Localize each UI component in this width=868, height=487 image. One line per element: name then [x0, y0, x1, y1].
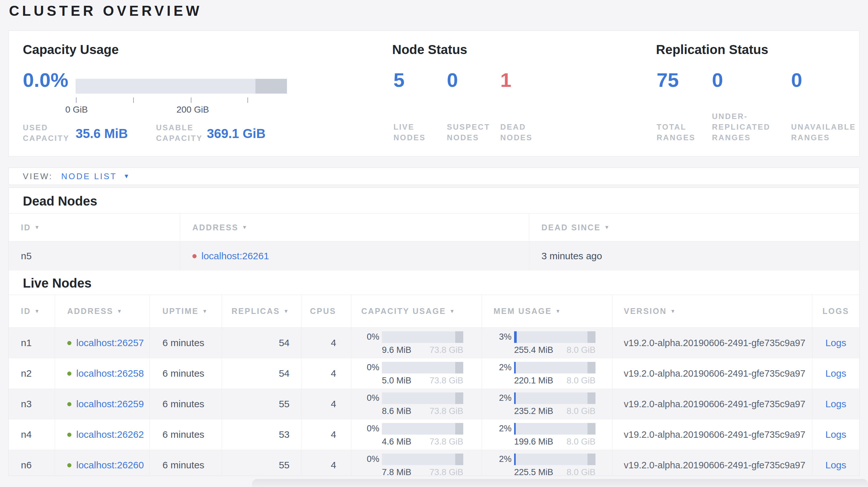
column-header-address[interactable]: ADDRESS▼ [55, 295, 150, 327]
node-address-cell: localhost:26259 [55, 389, 150, 419]
node-address-link[interactable]: localhost:26259 [76, 398, 144, 410]
unavailable-ranges-label: UNAVAILABLE RANGES [791, 122, 863, 143]
node-address-link[interactable]: localhost:26261 [202, 251, 269, 261]
mem-total-value: 8.0 GiB [566, 376, 595, 385]
capacity-usage-title: Capacity Usage [23, 42, 119, 57]
mem-bar-reserved-segment [587, 454, 595, 465]
node-list-dropdown[interactable]: NODE LIST ▼ [61, 171, 129, 182]
mem-percent: 2% [494, 393, 512, 403]
node-address-cell: localhost:26257 [55, 328, 150, 358]
mem-bar-used-segment [514, 454, 516, 465]
logs-link[interactable]: Logs [825, 337, 846, 348]
axis-tick [76, 97, 76, 103]
node-uptime: 6 minutes [150, 328, 222, 358]
capacity-bar-reserved-segment [455, 423, 463, 434]
node-address-cell: localhost:26260 [55, 450, 150, 476]
axis-tick [191, 97, 191, 103]
node-cpus: 4 [302, 328, 351, 358]
capacity-total-value: 73.8 GiB [430, 406, 463, 416]
live-nodes-table-body: n1 localhost:26257 6 minutes 54 4 0% [9, 328, 859, 476]
column-header-uptime[interactable]: UPTIME▼ [150, 295, 222, 327]
node-uptime: 6 minutes [150, 450, 222, 476]
logs-link[interactable]: Logs [825, 398, 846, 410]
capacity-usage-percent: 0.0% [23, 68, 68, 92]
node-id: n6 [9, 450, 55, 476]
column-header-mem-usage[interactable]: MEM USAGE▼ [482, 295, 613, 327]
node-address-cell: localhost:26258 [55, 358, 150, 389]
capacity-usage-bar [382, 362, 463, 374]
capacity-usage-bar [382, 423, 463, 434]
column-header-address[interactable]: ADDRESS▼ [180, 214, 529, 241]
live-status-dot-icon [67, 371, 71, 376]
capacity-used-value: 5.0 MiB [382, 376, 411, 385]
live-node-row: n4 localhost:26262 6 minutes 53 4 0% [9, 419, 859, 450]
live-status-dot-icon [67, 463, 71, 467]
sort-desc-icon: ▼ [202, 309, 208, 314]
node-mem-usage-cell: 2% 235.2 MiB 8.0 GiB [482, 389, 613, 419]
caret-down-icon: ▼ [123, 173, 129, 180]
node-address-link[interactable]: localhost:26262 [76, 429, 144, 440]
view-label: VIEW: [23, 171, 53, 182]
live-nodes-count: 5 [394, 68, 445, 92]
column-header-version[interactable]: VERSION▼ [613, 295, 812, 327]
capacity-usage-bar [75, 79, 287, 94]
mem-total-value: 8.0 GiB [566, 437, 595, 447]
node-capacity-usage-cell: 0% 5.0 MiB 73.8 GiB [351, 358, 482, 389]
sort-desc-icon: ▼ [450, 309, 456, 314]
mem-bar-used-segment [514, 362, 516, 374]
total-ranges-stat: 75 TOTAL RANGES [657, 68, 712, 143]
live-status-dot-icon [67, 433, 71, 437]
mem-bar-used-segment [514, 331, 517, 343]
live-nodes-stat: 5 LIVE NODES [394, 68, 445, 143]
live-node-row: n3 localhost:26259 6 minutes 55 4 0% [9, 389, 859, 419]
node-capacity-usage-cell: 0% 8.6 MiB 73.8 GiB [351, 389, 482, 419]
unavailable-ranges-count: 0 [791, 68, 863, 92]
column-header-id[interactable]: ID▼ [9, 295, 55, 327]
suspect-nodes-count: 0 [447, 68, 498, 92]
usable-capacity-value: 369.1 GiB [207, 125, 266, 141]
dead-since-value: 3 minutes ago [529, 241, 859, 270]
mem-usage-bar [514, 392, 595, 404]
mem-percent: 2% [494, 424, 512, 433]
capacity-usage-bar [382, 392, 463, 404]
capacity-bar-reserved-segment [455, 392, 463, 404]
mem-usage-bar [514, 362, 595, 374]
node-address-link[interactable]: localhost:26257 [76, 337, 144, 348]
below-fold-shadow [252, 479, 868, 487]
logs-link[interactable]: Logs [825, 429, 846, 440]
node-list-card: Dead Nodes ID▼ ADDRESS▼ DEAD SINCE▼ n5 l… [8, 188, 860, 476]
node-address-link[interactable]: localhost:26260 [76, 460, 144, 470]
mem-bar-reserved-segment [587, 362, 595, 374]
sort-desc-icon: ▼ [555, 309, 561, 314]
cluster-summary-card: Capacity Usage 0.0% 0 GiB 200 GiB USED C… [8, 31, 860, 157]
capacity-percent: 0% [361, 332, 379, 342]
logs-link[interactable]: Logs [825, 460, 846, 470]
dead-nodes-table-body: n5 localhost:26261 3 minutes ago [9, 241, 859, 270]
node-capacity-usage-cell: 0% 4.6 MiB 73.8 GiB [351, 419, 482, 450]
capacity-percent: 0% [361, 362, 379, 372]
mem-percent: 2% [494, 454, 512, 464]
column-header-capacity-usage[interactable]: CAPACITY USAGE▼ [351, 295, 482, 327]
capacity-bar-reserved-segment [455, 362, 463, 374]
node-capacity-usage-cell: 0% 7.8 MiB 73.8 GiB [351, 450, 482, 476]
mem-usage-bar [514, 423, 595, 434]
node-uptime: 6 minutes [150, 389, 222, 419]
column-header-cpus[interactable]: CPUS [302, 295, 351, 327]
column-header-replicas[interactable]: REPLICAS▼ [222, 295, 302, 327]
dead-nodes-count: 1 [500, 68, 556, 92]
axis-tick-label: 200 GiB [176, 104, 209, 115]
column-header-id[interactable]: ID▼ [9, 214, 180, 241]
sort-desc-icon: ▼ [242, 225, 248, 230]
mem-used-value: 199.6 MiB [514, 437, 553, 447]
logs-link[interactable]: Logs [825, 368, 846, 379]
live-status-dot-icon [67, 341, 71, 345]
logs-cell: Logs [812, 328, 859, 358]
sort-desc-icon: ▼ [117, 309, 123, 314]
unavailable-ranges-stat: 0 UNAVAILABLE RANGES [791, 68, 863, 143]
column-header-dead-since[interactable]: DEAD SINCE▼ [529, 214, 859, 241]
node-cpus: 4 [302, 419, 351, 450]
node-cpus: 4 [302, 389, 351, 419]
axis-tick [247, 97, 248, 103]
node-address-link[interactable]: localhost:26258 [76, 368, 144, 379]
mem-percent: 2% [494, 362, 512, 372]
